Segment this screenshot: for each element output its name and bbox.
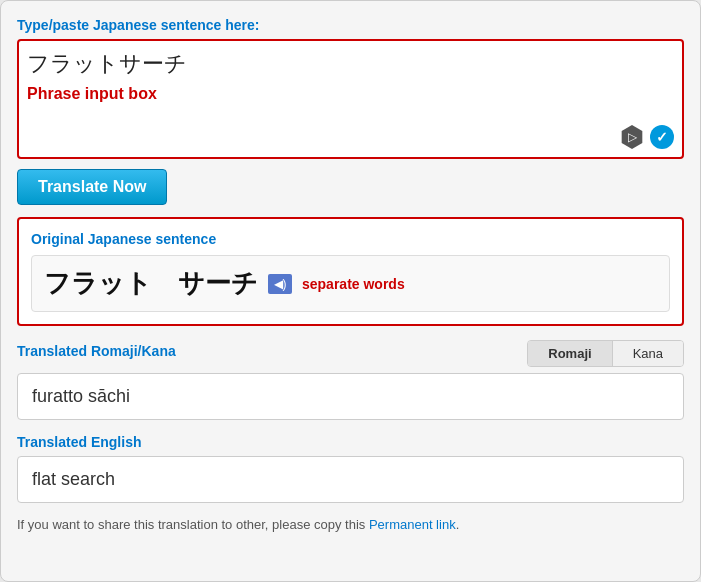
check-circle-icon[interactable]: ✓	[650, 125, 674, 149]
romaji-kana-tabs: Romaji Kana	[527, 340, 684, 367]
hexagon-icon[interactable]: ▷	[620, 125, 644, 149]
input-icons: ▷ ✓	[620, 125, 674, 149]
english-label: Translated English	[17, 434, 684, 450]
kana-tab[interactable]: Kana	[613, 341, 683, 366]
original-sentence-section: Original Japanese sentence フラット サーチ ◀) s…	[17, 217, 684, 326]
footer-text: If you want to share this translation to…	[17, 513, 684, 536]
input-japanese-text: フラットサーチ	[27, 49, 674, 79]
original-sentence-inner: フラット サーチ ◀) separate words	[31, 255, 670, 312]
romaji-tab[interactable]: Romaji	[528, 341, 612, 366]
romaji-kana-label: Translated Romaji/Kana	[17, 343, 176, 359]
speaker-icon[interactable]: ◀)	[268, 274, 292, 294]
footer-text-after: .	[456, 517, 460, 532]
english-result-box: flat search	[17, 456, 684, 503]
original-japanese-text: フラット サーチ	[44, 266, 258, 301]
main-container: Type/paste Japanese sentence here: フラットサ…	[0, 0, 701, 582]
original-sentence-label: Original Japanese sentence	[31, 231, 670, 247]
instruction-label: Type/paste Japanese sentence here:	[17, 17, 684, 33]
phrase-input-label: Phrase input box	[27, 85, 674, 103]
romaji-kana-header: Translated Romaji/Kana Romaji Kana	[17, 340, 684, 367]
english-value: flat search	[32, 469, 115, 489]
romaji-result-box: furatto sāchi	[17, 373, 684, 420]
permanent-link[interactable]: Permanent link	[369, 517, 456, 532]
romaji-value: furatto sāchi	[32, 386, 130, 406]
phrase-input-wrapper: フラットサーチ Phrase input box ▷ ✓	[17, 39, 684, 159]
separate-words-label: separate words	[302, 276, 405, 292]
translate-now-button[interactable]: Translate Now	[17, 169, 167, 205]
footer-text-before: If you want to share this translation to…	[17, 517, 369, 532]
